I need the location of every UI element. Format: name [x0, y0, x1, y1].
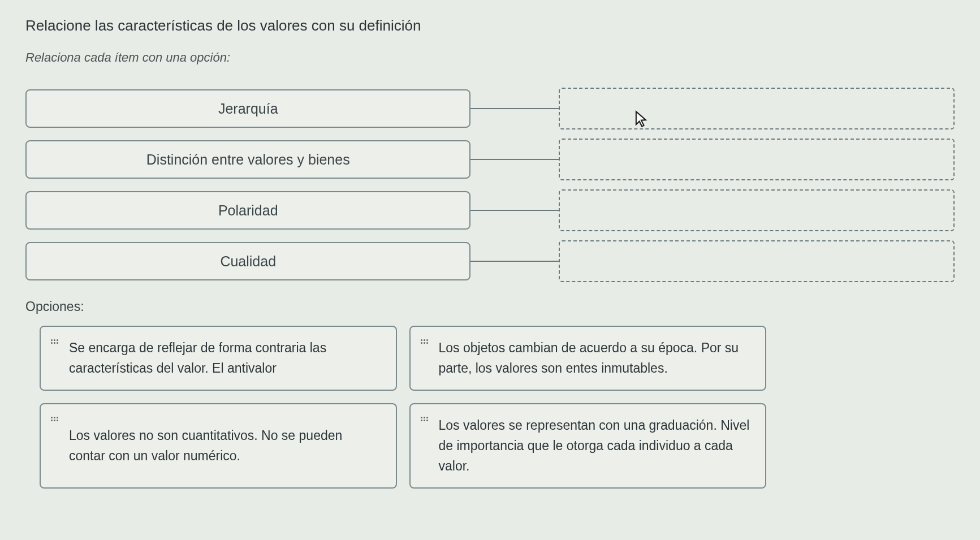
drag-handle-icon[interactable] [51, 417, 59, 425]
option-text: Los objetos cambian de acuerdo a su époc… [439, 338, 752, 378]
item-distincion: Distinción entre valores y bienes [25, 140, 470, 179]
drop-zone-2[interactable] [559, 189, 955, 231]
option-text: Los valores se representan con una gradu… [439, 416, 752, 476]
drag-handle-icon[interactable] [51, 339, 59, 347]
item-cualidad: Cualidad [25, 242, 470, 280]
option-card-2[interactable]: Los valores no son cuantitativos. No se … [40, 403, 397, 489]
option-text: Se encarga de reflejar de forma contrari… [69, 338, 382, 378]
item-polaridad: Polaridad [25, 191, 470, 230]
drop-zone-0[interactable] [559, 88, 955, 129]
question-title: Relacione las características de los val… [25, 17, 955, 34]
match-row: Distinción entre valores y bienes [25, 139, 955, 180]
option-card-1[interactable]: Los objetos cambian de acuerdo a su époc… [409, 326, 767, 391]
match-row: Cualidad [25, 240, 955, 282]
item-jerarquia: Jerarquía [25, 89, 470, 128]
option-card-0[interactable]: Se encarga de reflejar de forma contrari… [40, 326, 397, 391]
options-grid: Se encarga de reflejar de forma contrari… [25, 326, 766, 489]
match-row: Polaridad [25, 189, 955, 231]
connector-line [470, 159, 559, 160]
match-row: Jerarquía [25, 88, 955, 129]
match-area: Jerarquía Distinción entre valores y bie… [25, 88, 955, 282]
question-instruction: Relaciona cada ítem con una opción: [25, 50, 955, 65]
options-label: Opciones: [25, 299, 955, 314]
connector-line [470, 210, 559, 211]
connector-line [470, 108, 559, 109]
drop-zone-1[interactable] [559, 139, 955, 180]
drop-zone-3[interactable] [559, 240, 955, 282]
option-text: Los valores no son cuantitativos. No se … [69, 426, 382, 466]
connector-line [470, 261, 559, 262]
option-card-3[interactable]: Los valores se representan con una gradu… [409, 403, 767, 489]
drag-handle-icon[interactable] [421, 417, 429, 425]
drag-handle-icon[interactable] [421, 339, 429, 347]
